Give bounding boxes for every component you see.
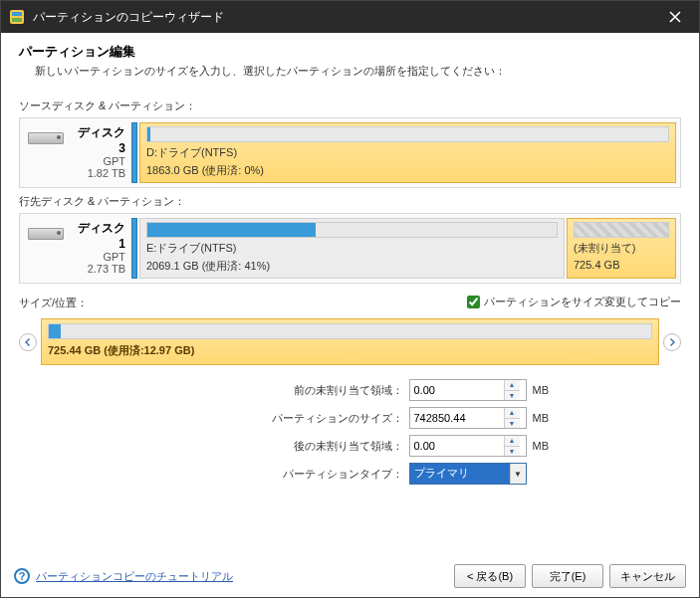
spin-up-button[interactable]: ▲ [505,380,520,391]
size-pos-label: サイズ/位置： [19,296,88,310]
spin-down-button[interactable]: ▼ [505,419,520,429]
source-disk-scheme: GPT [70,155,125,167]
source-label: ソースディスク & パーティション： [19,99,681,113]
svg-rect-2 [12,18,22,22]
spin-down-button[interactable]: ▼ [505,447,520,457]
target-disk-panel: ディスク 1 GPT 2.73 TB E:ドライブ(NTFS) 2069.1 G… [19,213,681,284]
app-icon [9,9,25,25]
partition-size-input[interactable] [410,408,504,428]
target-label: 行先ディスク & パーティション： [19,194,681,209]
source-partition-detail: 1863.0 GB (使用済: 0%) [146,163,669,178]
after-unalloc-label: 後の未割り当て領域： [144,439,403,454]
unit-label: MB [533,384,557,396]
close-button[interactable] [659,1,691,33]
chevron-left-icon [24,338,32,346]
source-disk-name: ディスク 3 [70,124,125,155]
disk-icon [28,132,64,144]
before-unalloc-input-wrap: ▲ ▼ [409,379,527,401]
target-unalloc-bar [574,222,669,238]
target-disk-scheme: GPT [70,251,125,263]
source-partition-name: D:ドライブ(NTFS) [146,145,669,160]
target-disk-name: ディスク 1 [70,220,125,251]
wizard-header: パーティション編集 新しいパーティションのサイズを入力し、選択したパーティション… [1,33,699,87]
spin-up-button[interactable]: ▲ [505,408,520,419]
target-unallocated[interactable]: (未割り当て) 725.4 GB [567,218,676,279]
size-slider[interactable]: 725.44 GB (使用済:12.97 GB) [41,318,659,365]
chevron-down-icon: ▼ [510,464,526,484]
resize-checkbox-label: パーティションをサイズ変更してコピー [484,295,681,309]
resize-checkbox-wrap[interactable]: パーティションをサイズ変更してコピー [467,295,681,309]
target-usage-bar [146,222,558,238]
source-system-partition [131,122,137,183]
spin-down-button[interactable]: ▼ [505,391,520,401]
resize-checkbox[interactable] [467,296,480,308]
finish-button[interactable]: 完了(E) [532,564,603,588]
close-icon [669,11,681,23]
before-unalloc-input[interactable] [410,380,504,400]
source-disk-info: ディスク 3 GPT 1.82 TB [20,118,131,187]
partition-type-select[interactable]: プライマリ ▼ [409,463,527,485]
title-bar: パーティションのコピーウィザード [1,1,699,33]
source-disk-size: 1.82 TB [70,167,125,179]
tutorial-link[interactable]: パーティションコピーのチュートリアル [36,569,233,584]
partition-type-label: パーティションタイプ： [144,467,403,482]
chevron-right-icon [668,338,676,346]
after-unalloc-input[interactable] [410,436,504,456]
target-disk-size: 2.73 TB [70,263,125,275]
target-unalloc-label: (未割り当て) [574,241,669,256]
partition-size-input-wrap: ▲ ▼ [409,407,527,429]
source-layout: D:ドライブ(NTFS) 1863.0 GB (使用済: 0%) [131,118,680,187]
source-usage-bar [146,126,669,142]
partition-type-value: プライマリ [410,464,510,484]
slider-left-button[interactable] [19,333,37,351]
target-partition-detail: 2069.1 GB (使用済: 41%) [146,259,558,274]
slider-usage-bar [48,323,652,339]
target-unalloc-size: 725.4 GB [574,259,669,271]
page-title: パーティション編集 [19,43,681,61]
target-disk-info: ディスク 1 GPT 2.73 TB [20,214,131,283]
help-icon: ? [14,568,30,584]
size-form: 前の未割り当て領域： ▲ ▼ MB パーティションのサイズ： ▲ ▼ MB [19,379,681,485]
partition-size-label: パーティションのサイズ： [144,411,403,426]
target-partition-e[interactable]: E:ドライブ(NTFS) 2069.1 GB (使用済: 41%) [139,218,565,279]
svg-rect-1 [12,12,22,16]
disk-icon [28,228,64,240]
source-partition[interactable]: D:ドライブ(NTFS) 1863.0 GB (使用済: 0%) [139,122,676,183]
unit-label: MB [533,412,557,424]
target-partition-name: E:ドライブ(NTFS) [146,241,558,256]
before-unalloc-label: 前の未割り当て領域： [144,383,403,398]
spin-up-button[interactable]: ▲ [505,436,520,447]
footer: ? パーティションコピーのチュートリアル < 戻る(B) 完了(E) キャンセル [0,554,700,598]
back-button[interactable]: < 戻る(B) [454,564,526,588]
target-system-partition [131,218,137,279]
after-unalloc-input-wrap: ▲ ▼ [409,435,527,457]
source-disk-panel: ディスク 3 GPT 1.82 TB D:ドライブ(NTFS) 1863.0 G… [19,117,681,188]
unit-label: MB [533,440,557,452]
slider-right-button[interactable] [663,333,681,351]
size-slider-row: 725.44 GB (使用済:12.97 GB) [19,318,681,365]
page-desc: 新しいパーティションのサイズを入力し、選択したパーティションの場所を指定してくだ… [35,64,681,79]
slider-caption: 725.44 GB (使用済:12.97 GB) [48,343,652,358]
target-layout: E:ドライブ(NTFS) 2069.1 GB (使用済: 41%) (未割り当て… [131,214,680,283]
window-title: パーティションのコピーウィザード [33,9,659,26]
cancel-button[interactable]: キャンセル [609,564,686,588]
